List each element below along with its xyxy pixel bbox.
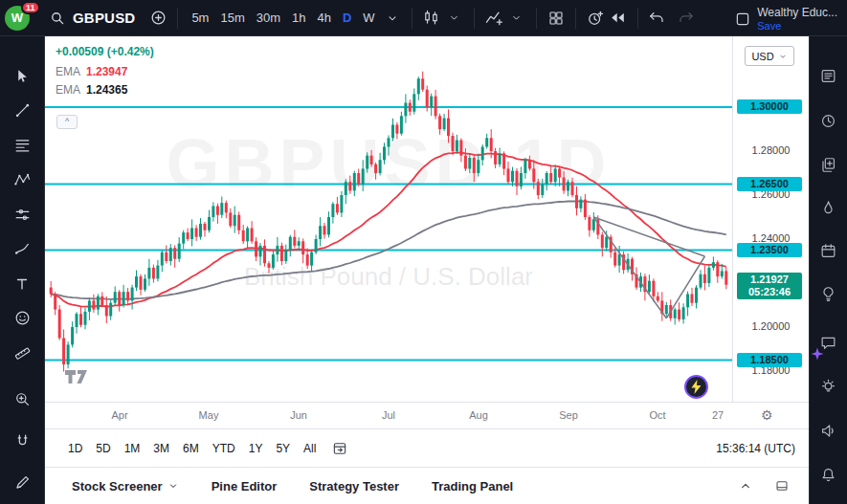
pattern-icon [13,171,32,189]
save-layout-icon [734,11,751,28]
symbol-name[interactable]: GBPUSD [73,10,135,26]
chat-button[interactable] [814,329,841,356]
tips-button[interactable] [814,373,841,400]
account-logo[interactable]: W 11 [0,0,38,36]
time-axis-label: May [199,409,219,421]
fib-retracement-tool-button[interactable] [9,132,35,159]
utc-clock[interactable]: 15:36:14 (UTC) [716,442,795,455]
layout-grid-icon [547,10,565,27]
notification-badge: 11 [21,1,40,14]
tradingview-logo[interactable] [64,369,89,384]
range-1m[interactable]: 1M [124,442,141,455]
timeframe-1w[interactable]: W [357,6,380,31]
calendar-button[interactable] [814,237,841,264]
measure-tool-button[interactable] [9,340,35,366]
news-button[interactable] [814,151,841,178]
cursor-tool-button[interactable] [9,63,35,90]
save-link[interactable]: Save [757,20,837,32]
price-axis[interactable]: USD 1.280001.260001.240001.200001.180001… [732,36,809,402]
notifications-bell-icon [819,466,837,484]
range-3m[interactable]: 3M [153,442,169,455]
drawings-panel-button[interactable] [9,469,35,495]
tab-trading-panel[interactable]: Trading Panel [432,479,513,493]
ema-legend-row[interactable]: EMA1.24365 [56,83,154,97]
candlestick-icon [422,9,440,27]
chart-panel: GBPUSD 1D British Pound / U.S. Dollar +0… [45,36,809,504]
timeframe-1d[interactable]: D [337,6,357,31]
trend-line-icon [13,101,32,120]
price-line-badge[interactable]: 1.30000 [737,99,802,114]
timeframe-5m[interactable]: 5m [186,6,214,31]
timeframe-30m[interactable]: 30m [251,6,286,31]
watchlist-button[interactable] [814,62,841,89]
alerts-button[interactable] [814,107,841,134]
range-ytd[interactable]: YTD [212,442,235,455]
range-5y[interactable]: 5Y [276,442,290,455]
trend-line[interactable] [666,256,704,318]
tab-label: Trading Panel [432,479,513,493]
bar-countdown: 05:23:46 [737,286,802,298]
boost-button[interactable] [684,375,708,399]
range-1y[interactable]: 1Y [249,442,263,455]
chevron-down-icon [510,11,523,24]
toolbar-separator [177,8,178,29]
text-tool-button[interactable] [9,271,35,297]
notifications-button[interactable] [814,461,841,488]
redo-button[interactable] [675,5,698,32]
ema-legend-row[interactable]: EMA1.23947 [56,65,154,78]
time-axis-label: Sep [559,409,578,421]
prediction-tool-button[interactable] [9,201,35,228]
pattern-tool-button[interactable] [9,166,35,193]
go-to-date-button[interactable] [331,440,348,457]
compare-add-button[interactable] [146,5,169,32]
chart-area[interactable]: GBPUSD 1D British Pound / U.S. Dollar +0… [45,36,732,402]
fib-retracement-icon [13,137,32,155]
symbol-search-button[interactable] [46,5,69,32]
chart-type-button[interactable] [420,5,443,32]
price-line-badge[interactable]: 1.23500 [737,243,802,257]
timeframe-4h[interactable]: 4h [312,6,337,31]
panel-maximize-button[interactable] [770,472,793,499]
undo-button[interactable] [646,5,669,32]
indicators-button[interactable] [482,5,505,32]
range-6m[interactable]: 6M [183,442,199,455]
range-5d[interactable]: 5D [96,442,110,455]
gear-icon[interactable]: ⚙ [761,407,773,423]
layout-grid-button[interactable] [545,5,568,32]
top-toolbar: W 11 GBPUSD 5m 15m 30m 1h 4h D W [0,0,847,36]
brush-tool-button[interactable] [9,235,35,262]
tab-stock-screener[interactable]: Stock Screener [72,479,179,493]
price-line-badge[interactable]: 1.26500 [737,177,802,191]
legend-collapse-button[interactable]: ^ [56,115,78,129]
chevron-down-icon [778,52,788,61]
emoji-tool-button[interactable] [9,304,35,331]
zoom-tool-button[interactable] [9,385,35,412]
currency-dropdown[interactable]: USD [745,46,794,66]
streams-icon [819,422,837,440]
streams-button[interactable] [814,417,841,444]
chevron-down-icon [386,11,399,25]
bar-replay-button[interactable] [607,5,630,32]
panel-collapse-button[interactable] [734,472,757,499]
trend-line-tool-button[interactable] [9,97,35,123]
time-axis[interactable]: ⚙ AprMayJunJulAugSepOct27 [45,402,809,428]
price-line-badge[interactable]: 1.18500 [737,353,802,367]
save-layout-button[interactable]: Wealthy Educ... Save [734,4,837,32]
chart-type-menu-button[interactable] [443,5,466,32]
ideas-button[interactable] [814,280,841,307]
news-icon [819,156,837,174]
chart-legend: +0.00509 (+0.42%) EMA1.23947 EMA1.24365 [56,45,154,101]
range-all[interactable]: All [303,442,316,455]
create-alert-button[interactable] [584,5,607,32]
tab-strategy-tester[interactable]: Strategy Tester [309,479,399,493]
range-1d[interactable]: 1D [68,442,82,455]
indicators-menu-button[interactable] [505,5,528,32]
hotlists-button[interactable] [814,194,841,221]
tab-pine-editor[interactable]: Pine Editor [212,479,278,493]
timeframe-menu-button[interactable] [381,5,404,32]
timeframe-15m[interactable]: 15m [214,6,250,31]
toolbar-separator [474,8,475,29]
candles [50,72,728,372]
magnet-tool-button[interactable] [9,427,35,454]
timeframe-1h[interactable]: 1h [286,6,311,31]
